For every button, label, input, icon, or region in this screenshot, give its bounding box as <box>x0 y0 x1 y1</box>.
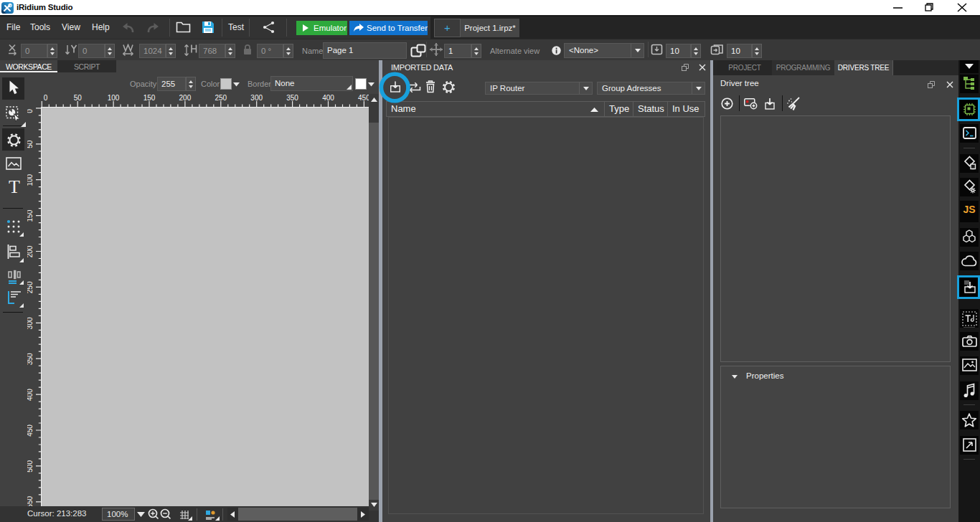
svg-text:450: 450 <box>27 424 34 437</box>
svg-text:100: 100 <box>27 174 34 186</box>
svg-text:550: 550 <box>27 496 34 506</box>
svg-text:0: 0 <box>27 109 34 113</box>
svg-text:100: 100 <box>108 94 120 102</box>
svg-text:350: 350 <box>27 353 34 365</box>
svg-text:350: 350 <box>286 94 298 102</box>
svg-text:500: 500 <box>27 460 34 473</box>
svg-text:400: 400 <box>27 389 34 401</box>
svg-text:50: 50 <box>74 94 83 102</box>
svg-text:250: 250 <box>27 281 34 293</box>
svg-text:0: 0 <box>44 94 48 102</box>
svg-text:50: 50 <box>27 140 34 148</box>
svg-text:200: 200 <box>27 245 34 257</box>
svg-text:150: 150 <box>27 209 34 222</box>
svg-text:250: 250 <box>215 94 227 102</box>
svg-text:150: 150 <box>143 94 156 102</box>
svg-text:450: 450 <box>358 94 369 102</box>
svg-text:200: 200 <box>179 94 192 102</box>
svg-text:300: 300 <box>27 317 34 329</box>
svg-text:300: 300 <box>250 94 263 102</box>
svg-text:400: 400 <box>322 94 334 102</box>
